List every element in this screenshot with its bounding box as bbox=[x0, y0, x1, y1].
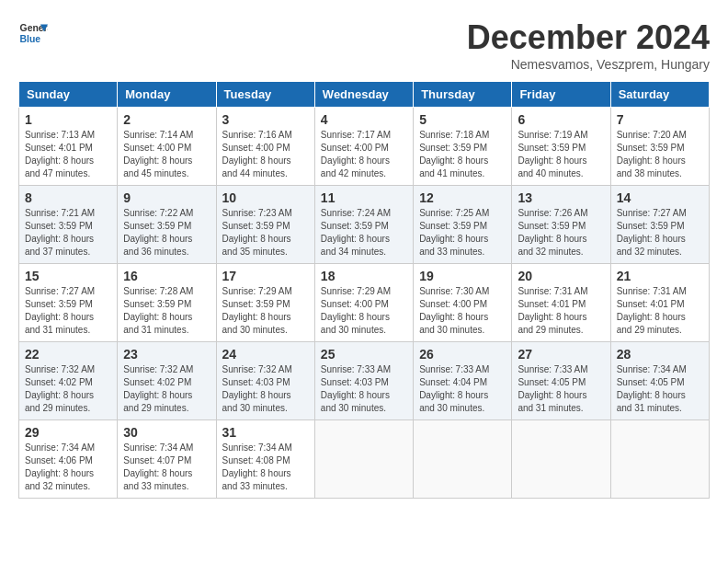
calendar-cell: 16Sunrise: 7:28 AM Sunset: 3:59 PM Dayli… bbox=[118, 264, 216, 342]
day-number: 15 bbox=[25, 269, 111, 283]
day-number: 27 bbox=[518, 347, 604, 362]
day-number: 30 bbox=[123, 425, 210, 440]
day-number: 20 bbox=[518, 269, 604, 283]
day-info: Sunrise: 7:33 AM Sunset: 4:05 PM Dayligh… bbox=[518, 363, 604, 415]
day-number: 8 bbox=[25, 190, 111, 205]
weekday-header-row: SundayMondayTuesdayWednesdayThursdayFrid… bbox=[19, 82, 710, 108]
day-info: Sunrise: 7:30 AM Sunset: 4:00 PM Dayligh… bbox=[419, 285, 506, 337]
calendar-cell: 21Sunrise: 7:31 AM Sunset: 4:01 PM Dayli… bbox=[610, 264, 709, 342]
day-number: 17 bbox=[222, 269, 309, 283]
calendar-cell: 31Sunrise: 7:34 AM Sunset: 4:08 PM Dayli… bbox=[216, 420, 314, 499]
weekday-header: Saturday bbox=[610, 82, 709, 108]
weekday-header: Sunday bbox=[19, 82, 118, 108]
day-number: 9 bbox=[123, 190, 210, 205]
day-number: 25 bbox=[321, 347, 407, 362]
day-info: Sunrise: 7:27 AM Sunset: 3:59 PM Dayligh… bbox=[617, 207, 703, 259]
calendar-cell: 6Sunrise: 7:19 AM Sunset: 3:59 PM Daylig… bbox=[512, 108, 610, 186]
calendar-cell: 22Sunrise: 7:32 AM Sunset: 4:02 PM Dayli… bbox=[19, 342, 118, 420]
calendar-cell: 23Sunrise: 7:32 AM Sunset: 4:02 PM Dayli… bbox=[118, 342, 216, 420]
day-info: Sunrise: 7:34 AM Sunset: 4:08 PM Dayligh… bbox=[222, 442, 309, 493]
calendar-cell: 26Sunrise: 7:33 AM Sunset: 4:04 PM Dayli… bbox=[414, 342, 512, 420]
calendar-cell: 29Sunrise: 7:34 AM Sunset: 4:06 PM Dayli… bbox=[19, 420, 118, 499]
day-number: 23 bbox=[123, 347, 210, 362]
day-info: Sunrise: 7:32 AM Sunset: 4:02 PM Dayligh… bbox=[123, 363, 210, 415]
day-number: 22 bbox=[25, 347, 111, 362]
day-info: Sunrise: 7:31 AM Sunset: 4:01 PM Dayligh… bbox=[617, 285, 703, 337]
logo: General Blue bbox=[18, 18, 48, 48]
day-info: Sunrise: 7:32 AM Sunset: 4:03 PM Dayligh… bbox=[222, 363, 309, 415]
day-info: Sunrise: 7:13 AM Sunset: 4:01 PM Dayligh… bbox=[25, 129, 111, 180]
day-number: 1 bbox=[25, 112, 111, 127]
day-number: 16 bbox=[123, 269, 210, 283]
calendar-cell: 15Sunrise: 7:27 AM Sunset: 3:59 PM Dayli… bbox=[19, 264, 118, 342]
svg-text:Blue: Blue bbox=[20, 34, 41, 44]
day-info: Sunrise: 7:14 AM Sunset: 4:00 PM Dayligh… bbox=[123, 129, 210, 180]
day-number: 3 bbox=[222, 112, 309, 127]
day-info: Sunrise: 7:27 AM Sunset: 3:59 PM Dayligh… bbox=[25, 285, 111, 337]
calendar-week-row: 8Sunrise: 7:21 AM Sunset: 3:59 PM Daylig… bbox=[19, 186, 710, 264]
day-info: Sunrise: 7:17 AM Sunset: 4:00 PM Dayligh… bbox=[321, 129, 407, 180]
calendar-cell: 9Sunrise: 7:22 AM Sunset: 3:59 PM Daylig… bbox=[118, 186, 216, 264]
day-number: 4 bbox=[321, 112, 407, 127]
calendar-cell: 7Sunrise: 7:20 AM Sunset: 3:59 PM Daylig… bbox=[610, 108, 709, 186]
day-number: 24 bbox=[222, 347, 309, 362]
calendar-cell: 5Sunrise: 7:18 AM Sunset: 3:59 PM Daylig… bbox=[414, 108, 512, 186]
calendar-cell: 17Sunrise: 7:29 AM Sunset: 3:59 PM Dayli… bbox=[216, 264, 314, 342]
calendar-table: SundayMondayTuesdayWednesdayThursdayFrid… bbox=[18, 81, 710, 499]
weekday-header: Tuesday bbox=[216, 82, 314, 108]
calendar-week-row: 29Sunrise: 7:34 AM Sunset: 4:06 PM Dayli… bbox=[19, 420, 710, 499]
day-info: Sunrise: 7:34 AM Sunset: 4:05 PM Dayligh… bbox=[617, 363, 703, 415]
day-number: 29 bbox=[25, 425, 111, 440]
calendar-cell: 10Sunrise: 7:23 AM Sunset: 3:59 PM Dayli… bbox=[216, 186, 314, 264]
day-number: 14 bbox=[617, 190, 703, 205]
calendar-week-row: 22Sunrise: 7:32 AM Sunset: 4:02 PM Dayli… bbox=[19, 342, 710, 420]
month-title: December 2024 bbox=[467, 18, 710, 57]
logo-icon: General Blue bbox=[18, 18, 48, 48]
day-number: 21 bbox=[617, 269, 703, 283]
calendar-cell: 8Sunrise: 7:21 AM Sunset: 3:59 PM Daylig… bbox=[19, 186, 118, 264]
calendar-cell: 20Sunrise: 7:31 AM Sunset: 4:01 PM Dayli… bbox=[512, 264, 610, 342]
day-number: 12 bbox=[419, 190, 506, 205]
calendar-cell: 19Sunrise: 7:30 AM Sunset: 4:00 PM Dayli… bbox=[414, 264, 512, 342]
day-info: Sunrise: 7:34 AM Sunset: 4:06 PM Dayligh… bbox=[25, 442, 111, 493]
location-subtitle: Nemesvamos, Veszprem, Hungary bbox=[467, 57, 710, 72]
calendar-cell bbox=[512, 420, 610, 499]
day-number: 18 bbox=[321, 269, 407, 283]
day-number: 11 bbox=[321, 190, 407, 205]
calendar-cell: 4Sunrise: 7:17 AM Sunset: 4:00 PM Daylig… bbox=[314, 108, 413, 186]
day-number: 28 bbox=[617, 347, 703, 362]
day-info: Sunrise: 7:34 AM Sunset: 4:07 PM Dayligh… bbox=[123, 442, 210, 493]
day-number: 2 bbox=[123, 112, 210, 127]
day-info: Sunrise: 7:18 AM Sunset: 3:59 PM Dayligh… bbox=[419, 129, 506, 180]
day-info: Sunrise: 7:32 AM Sunset: 4:02 PM Dayligh… bbox=[25, 363, 111, 415]
calendar-week-row: 1Sunrise: 7:13 AM Sunset: 4:01 PM Daylig… bbox=[19, 108, 710, 186]
day-info: Sunrise: 7:21 AM Sunset: 3:59 PM Dayligh… bbox=[25, 207, 111, 259]
day-info: Sunrise: 7:19 AM Sunset: 3:59 PM Dayligh… bbox=[518, 129, 604, 180]
day-info: Sunrise: 7:22 AM Sunset: 3:59 PM Dayligh… bbox=[123, 207, 210, 259]
day-number: 5 bbox=[419, 112, 506, 127]
day-info: Sunrise: 7:20 AM Sunset: 3:59 PM Dayligh… bbox=[617, 129, 703, 180]
calendar-cell: 25Sunrise: 7:33 AM Sunset: 4:03 PM Dayli… bbox=[314, 342, 413, 420]
weekday-header: Monday bbox=[118, 82, 216, 108]
calendar-cell: 13Sunrise: 7:26 AM Sunset: 3:59 PM Dayli… bbox=[512, 186, 610, 264]
calendar-cell bbox=[314, 420, 413, 499]
calendar-cell bbox=[414, 420, 512, 499]
day-number: 10 bbox=[222, 190, 309, 205]
calendar-cell: 12Sunrise: 7:25 AM Sunset: 3:59 PM Dayli… bbox=[414, 186, 512, 264]
day-info: Sunrise: 7:16 AM Sunset: 4:00 PM Dayligh… bbox=[222, 129, 309, 180]
calendar-cell: 3Sunrise: 7:16 AM Sunset: 4:00 PM Daylig… bbox=[216, 108, 314, 186]
calendar-cell: 2Sunrise: 7:14 AM Sunset: 4:00 PM Daylig… bbox=[118, 108, 216, 186]
calendar-body: 1Sunrise: 7:13 AM Sunset: 4:01 PM Daylig… bbox=[19, 108, 710, 499]
calendar-cell bbox=[610, 420, 709, 499]
calendar-cell: 24Sunrise: 7:32 AM Sunset: 4:03 PM Dayli… bbox=[216, 342, 314, 420]
title-block: December 2024 Nemesvamos, Veszprem, Hung… bbox=[467, 18, 710, 72]
day-info: Sunrise: 7:25 AM Sunset: 3:59 PM Dayligh… bbox=[419, 207, 506, 259]
calendar-cell: 14Sunrise: 7:27 AM Sunset: 3:59 PM Dayli… bbox=[610, 186, 709, 264]
day-info: Sunrise: 7:26 AM Sunset: 3:59 PM Dayligh… bbox=[518, 207, 604, 259]
calendar-cell: 27Sunrise: 7:33 AM Sunset: 4:05 PM Dayli… bbox=[512, 342, 610, 420]
day-info: Sunrise: 7:24 AM Sunset: 3:59 PM Dayligh… bbox=[321, 207, 407, 259]
weekday-header: Wednesday bbox=[314, 82, 413, 108]
day-number: 26 bbox=[419, 347, 506, 362]
day-info: Sunrise: 7:29 AM Sunset: 4:00 PM Dayligh… bbox=[321, 285, 407, 337]
day-info: Sunrise: 7:33 AM Sunset: 4:03 PM Dayligh… bbox=[321, 363, 407, 415]
